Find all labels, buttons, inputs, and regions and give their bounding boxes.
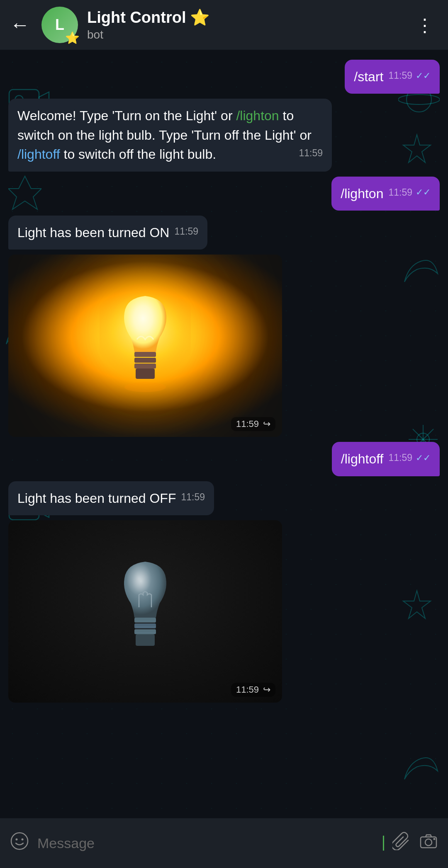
back-button[interactable]: ← [10, 15, 30, 35]
avatar: L ⭐ [41, 7, 78, 43]
svg-rect-24 [134, 364, 156, 369]
svg-rect-28 [134, 623, 156, 628]
image-time: 11:59 [236, 419, 259, 429]
chat-header: ← L ⭐ Light Control ⭐ bot ⋮ [0, 0, 448, 50]
message-row: 11:59 ↪ ↓ ↪ [8, 520, 440, 703]
bulb-on-image: 11:59 ↪ [8, 255, 282, 437]
message-time: 11:59 [181, 490, 205, 504]
svg-point-36 [22, 838, 24, 840]
avatar-emoji: ⭐ [65, 31, 80, 45]
forward-icon-img2[interactable]: ↪ [263, 684, 270, 695]
bulb-off-canvas [8, 520, 282, 703]
message-row: /lighton 11:59 ✓✓ [8, 177, 440, 211]
svg-rect-22 [134, 352, 156, 357]
svg-point-35 [16, 838, 18, 840]
svg-rect-23 [134, 358, 156, 363]
chat-messages: /start 11:59 ✓✓ Welcome! Type 'Turn on t… [0, 50, 448, 777]
message-meta: 11:59 ✓✓ [388, 451, 431, 465]
image-meta: 11:59 ↪ [231, 417, 275, 431]
svg-point-26 [124, 382, 166, 392]
message-row: Light has been turned ON 11:59 [8, 216, 440, 250]
text-cursor [383, 836, 384, 851]
message-row: Welcome! Type 'Turn on the Light' or /li… [8, 99, 440, 171]
incoming-bubble: Light has been turned ON 11:59 [8, 216, 207, 250]
outgoing-bubble: /lightoff 11:59 ✓✓ [332, 442, 440, 476]
message-time: 11:59 [388, 186, 412, 199]
command-green: /lighton [236, 108, 279, 123]
svg-point-39 [433, 838, 436, 840]
message-row: Light has been turned OFF 11:59 [8, 481, 440, 515]
message-meta: 11:59 ✓✓ [388, 186, 431, 199]
message-text: /lighton [341, 186, 383, 201]
svg-rect-29 [134, 629, 156, 634]
message-time: 11:59 [299, 146, 323, 160]
bulb-off-image: 11:59 ↪ ↓ ↪ [8, 520, 282, 703]
message-meta: 11:59 [174, 225, 198, 238]
more-options-button[interactable]: ⋮ [411, 10, 438, 40]
message-text: /start [354, 69, 383, 84]
message-row: 11:59 ↪ [8, 255, 440, 437]
forward-icon-img[interactable]: ↪ [263, 419, 270, 429]
camera-button[interactable] [419, 832, 438, 855]
message-row: /lightoff 11:59 ✓✓ [8, 442, 440, 476]
chat-title: Light Control ⭐ [87, 8, 411, 27]
bulb-off-svg [100, 545, 191, 678]
attach-button[interactable] [392, 832, 411, 854]
image-time: 11:59 [236, 684, 259, 695]
chat-subtitle: bot [87, 28, 411, 41]
message-meta: 11:59 [181, 490, 205, 504]
svg-point-34 [11, 833, 28, 849]
emoji-button[interactable] [10, 832, 29, 855]
incoming-bubble: Light has been turned OFF 11:59 [8, 481, 214, 515]
header-info: Light Control ⭐ bot [87, 8, 411, 41]
message-text: Light has been turned ON [17, 225, 169, 240]
message-time: 11:59 [174, 225, 198, 238]
read-receipt: ✓✓ [416, 69, 431, 82]
message-row: /start 11:59 ✓✓ [8, 60, 440, 94]
message-meta: 11:59 ✓✓ [388, 69, 431, 82]
message-input-bar [0, 818, 448, 868]
bulb-on-canvas [8, 255, 282, 437]
read-receipt: ✓✓ [416, 451, 431, 465]
message-input[interactable] [37, 835, 382, 851]
message-time: 11:59 [388, 451, 412, 465]
outgoing-bubble: /start 11:59 ✓✓ [345, 60, 440, 94]
svg-point-38 [425, 839, 432, 846]
outgoing-bubble: /lighton 11:59 ✓✓ [331, 177, 440, 211]
chat-background: /start 11:59 ✓✓ Welcome! Type 'Turn on t… [0, 50, 448, 868]
message-text: /lightoff [341, 451, 384, 466]
message-text: Welcome! Type 'Turn on the Light' or /li… [17, 108, 312, 162]
message-input-wrap [37, 835, 384, 851]
svg-rect-27 [134, 618, 156, 623]
bulb-on-svg [100, 279, 191, 412]
svg-rect-25 [136, 369, 155, 379]
incoming-bubble: Welcome! Type 'Turn on the Light' or /li… [8, 99, 332, 171]
read-receipt: ✓✓ [416, 186, 431, 199]
image-meta: 11:59 ↪ [231, 683, 275, 697]
message-text: Light has been turned OFF [17, 491, 176, 506]
message-meta: 11:59 [299, 146, 323, 160]
message-time: 11:59 [388, 69, 412, 82]
svg-rect-30 [136, 634, 155, 646]
command-link: /lightoff [17, 147, 60, 162]
